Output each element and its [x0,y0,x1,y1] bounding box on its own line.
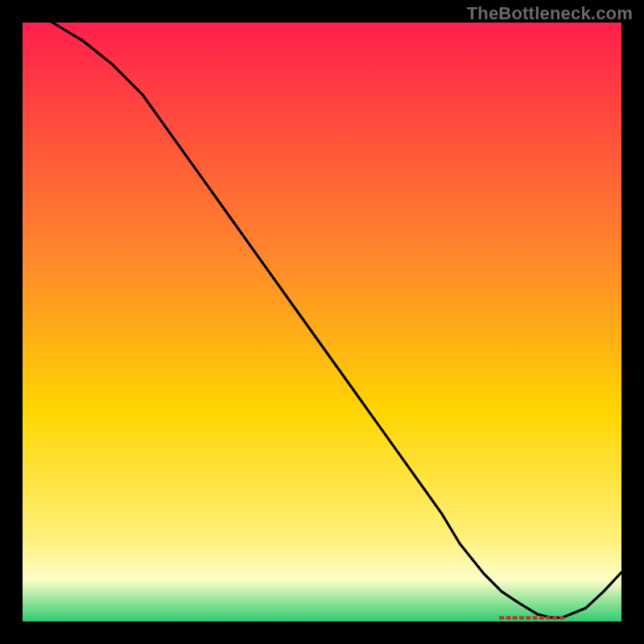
line-svg [23,23,621,621]
optimal-dot [552,616,557,619]
optimal-dot [546,616,551,619]
optimal-dot [539,616,544,619]
bottleneck-curve [23,23,621,617]
line-layer [23,23,621,621]
optimal-dot [526,616,530,619]
optimal-marker [499,616,564,619]
optimal-dot [533,616,538,619]
optimal-dot [513,616,518,619]
chart-frame: TheBottleneck.com [0,0,644,644]
optimal-dot [519,616,524,619]
watermark-text: TheBottleneck.com [467,3,633,24]
optimal-dot [559,616,564,619]
optimal-dot [506,616,511,619]
optimal-dot [499,616,504,619]
plot-area [23,23,621,621]
